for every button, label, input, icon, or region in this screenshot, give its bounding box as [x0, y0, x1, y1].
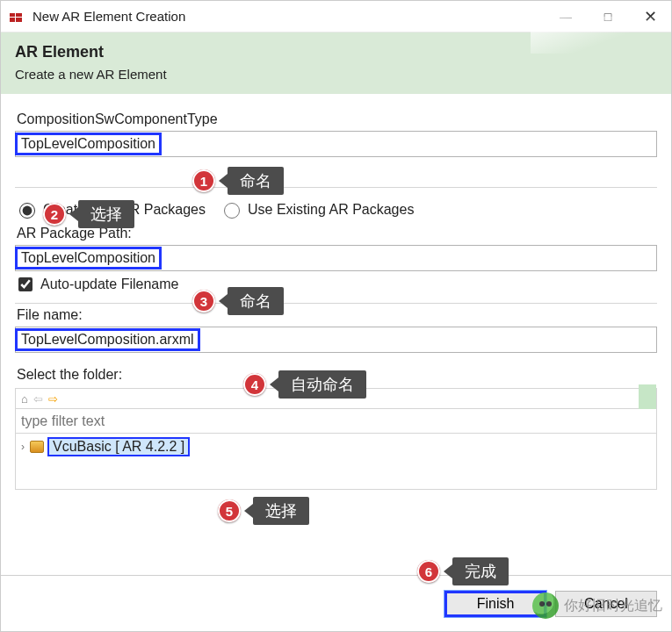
banner-subheading: Create a new AR Element [15, 67, 657, 82]
package-path-input[interactable] [15, 245, 657, 271]
decorative-strip [639, 384, 656, 409]
project-icon [30, 441, 44, 453]
annotation-badge: 5 [218, 499, 241, 522]
window-title: New AR Element Creation [33, 9, 545, 24]
forward-icon[interactable]: ⇨ [48, 392, 58, 406]
wizard-banner: AR Element Create a new AR Element [1, 32, 671, 94]
app-icon [8, 8, 25, 25]
annotation-5: 5 选择 [218, 497, 309, 525]
back-icon[interactable]: ⇦ [33, 392, 43, 406]
annotation-label: 选择 [253, 497, 309, 525]
home-icon[interactable]: ⌂ [21, 392, 28, 406]
file-name-label: File name: [17, 307, 657, 323]
tree-row-vcubasic[interactable]: › VcuBasic [ AR 4.2.2 ] [21, 437, 651, 456]
finish-button[interactable]: Finish [444, 591, 546, 617]
project-label: VcuBasic [ AR 4.2.2 ] [47, 437, 190, 456]
radio-create-label: Create New AR Packages [43, 202, 206, 218]
radio-create-new-packages[interactable]: Create New AR Packages [15, 200, 206, 219]
button-bar: Finish Cancel [1, 575, 671, 631]
radio-use-label: Use Existing AR Packages [248, 202, 414, 218]
folder-tree[interactable]: › VcuBasic [ AR 4.2.2 ] [15, 434, 657, 490]
component-type-label: CompositionSwComponentType [17, 111, 657, 127]
banner-heading: AR Element [15, 43, 657, 61]
auto-update-filename-label: Auto-update Filename [40, 276, 178, 292]
select-folder-label: Select the folder: [17, 367, 657, 383]
component-type-input[interactable] [15, 131, 657, 157]
file-name-input[interactable] [15, 327, 657, 353]
folder-toolbar: ⌂ ⇦ ⇨ [15, 388, 657, 409]
tree-expander-icon[interactable]: › [21, 441, 25, 453]
auto-update-filename-row[interactable]: Auto-update Filename [15, 275, 657, 294]
auto-update-filename-checkbox[interactable] [18, 277, 33, 291]
radio-use-existing-packages[interactable]: Use Existing AR Packages [220, 200, 414, 219]
package-path-label: AR Package Path: [17, 226, 657, 241]
radio-create-input[interactable] [19, 203, 35, 219]
cancel-button[interactable]: Cancel [555, 591, 657, 617]
folder-filter-input[interactable] [15, 409, 657, 434]
radio-use-input[interactable] [224, 203, 240, 219]
